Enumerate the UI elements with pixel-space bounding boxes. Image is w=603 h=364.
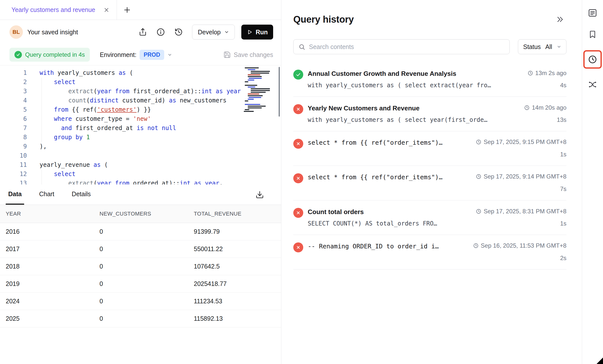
editor-minimap[interactable] [244, 67, 270, 113]
status-filter-label: Status [523, 43, 541, 50]
clock-icon [476, 174, 481, 179]
code-line[interactable]: 10 [0, 151, 281, 160]
insight-title: Your saved insight [27, 29, 78, 36]
history-list: Annual Customer Growth and Revenue Analy… [293, 62, 566, 270]
query-history-panel: Query history Status All Annual Customer… [281, 0, 582, 364]
history-item[interactable]: select * from {{ ref("order_items")…Sep … [293, 131, 566, 166]
save-changes-label: Save changes [234, 51, 273, 58]
environment-selector[interactable]: Environment: PROD [100, 50, 172, 60]
column-header[interactable]: TOTAL_REVENUE [194, 211, 275, 217]
table-row[interactable]: 201902025418.77 [0, 275, 281, 293]
bookmark-icon [588, 30, 597, 39]
code-text: and first_ordered_at is not null [27, 124, 176, 133]
code-line[interactable]: 2 select [0, 78, 281, 87]
info-button[interactable] [154, 26, 167, 39]
query-list-button[interactable] [587, 7, 598, 18]
history-item-snippet: with yearly_customers as ( select extrac… [308, 81, 491, 90]
query-status-badge: Query completed in 4s [9, 48, 90, 62]
table-cell: 0 [100, 228, 194, 235]
download-icon [255, 190, 264, 199]
history-item-duration: 13s [557, 116, 566, 124]
version-history-button[interactable] [172, 26, 185, 39]
code-line[interactable]: 8 group by 1 [0, 133, 281, 142]
tab-chart[interactable]: Chart [37, 184, 57, 205]
history-item[interactable]: select * from {{ ref("order_items")…Sep … [293, 166, 566, 200]
table-cell: 2017 [6, 245, 100, 253]
table-header: YEARNEW_CUSTOMERSTOTAL_REVENUE [0, 205, 281, 223]
run-button[interactable]: Run [241, 25, 273, 40]
check-circle-icon [14, 51, 22, 58]
collapse-panel-button[interactable] [553, 13, 566, 26]
code-line[interactable]: 11yearly_revenue as ( [0, 160, 281, 170]
indent-guide [42, 170, 42, 184]
lineage-button[interactable] [587, 79, 598, 90]
table-cell: 0 [100, 280, 194, 287]
table-row[interactable]: 20170550011.22 [0, 240, 281, 258]
download-results-button[interactable] [253, 188, 266, 201]
line-number: 4 [0, 96, 27, 105]
tab-close-icon[interactable] [104, 7, 109, 13]
history-item[interactable]: Annual Customer Growth and Revenue Analy… [293, 62, 566, 97]
table-cell: 0 [100, 298, 194, 305]
history-item-time: Sep 16, 2025, 11:53 PM GMT+8 [473, 242, 566, 249]
code-line[interactable]: 12 select [0, 170, 281, 179]
query-history-header: Query history [293, 13, 566, 26]
line-number: 10 [0, 151, 27, 160]
search-input[interactable] [309, 43, 504, 50]
develop-label: Develop [198, 29, 221, 36]
history-item[interactable]: Count total ordersSep 17, 2025, 8:31 PM … [293, 200, 566, 235]
code-line[interactable]: 1with yearly_customers as ( [0, 68, 281, 78]
tab-yearly-customers-and-revenue[interactable]: Yearly customers and revenue [0, 0, 117, 20]
indent-guide [42, 78, 42, 142]
search-box[interactable] [293, 39, 510, 54]
highlight-box [583, 50, 602, 69]
table-row[interactable]: 20250115892.13 [0, 310, 281, 327]
save-changes-button[interactable]: Save changes [223, 51, 273, 58]
code-text: yearly_revenue as ( [27, 160, 108, 170]
new-tab-button[interactable] [117, 0, 137, 20]
error-status-icon [293, 173, 303, 183]
tab-data[interactable]: Data [6, 184, 24, 205]
table-row[interactable]: 20180107642.5 [0, 258, 281, 275]
editor-scrollbar[interactable] [279, 67, 280, 117]
query-status-text: Query completed in 4s [25, 51, 85, 58]
code-text: select [27, 78, 76, 87]
history-item-time: 13m 2s ago [528, 70, 566, 77]
error-status-icon [293, 139, 303, 149]
code-line[interactable]: 3 extract(year from first_ordered_at)::i… [0, 87, 281, 96]
table-cell: 2025418.77 [194, 280, 275, 287]
column-header[interactable]: YEAR [6, 211, 100, 217]
query-history-button[interactable] [587, 54, 598, 65]
history-item[interactable]: Yearly New Customers and Revenue14m 20s … [293, 97, 566, 131]
develop-dropdown[interactable]: Develop [192, 25, 235, 40]
code-line[interactable]: 13 extract(year from ordered_at)::int as… [0, 179, 281, 184]
clock-icon [476, 209, 481, 214]
table-cell: 2016 [6, 228, 100, 235]
table-cell: 2025 [6, 315, 100, 322]
status-bar: Query completed in 4s Environment: PROD … [0, 44, 281, 65]
bookmarks-button[interactable] [587, 29, 598, 40]
line-number: 2 [0, 78, 27, 87]
code-text: where customer_type = 'new' [27, 114, 151, 124]
status-filter-dropdown[interactable]: Status All [518, 39, 566, 54]
history-item-duration: 1s [560, 219, 566, 228]
check-icon [296, 72, 301, 77]
column-header[interactable]: NEW_CUSTOMERS [100, 211, 194, 217]
query-history-title: Query history [293, 14, 354, 25]
table-row[interactable]: 20240111234.53 [0, 293, 281, 310]
tab-details[interactable]: Details [69, 184, 93, 205]
history-item-title: select * from {{ ref("order_items")… [308, 173, 443, 182]
avatar[interactable]: BL [9, 25, 23, 39]
code-line[interactable]: 4 count(distinct customer_id) as new_cus… [0, 96, 281, 105]
line-number: 7 [0, 124, 27, 133]
share-button[interactable] [136, 26, 149, 39]
code-line[interactable]: 6 where customer_type = 'new' [0, 114, 281, 124]
code-area[interactable]: 1with yearly_customers as (2 select3 ext… [0, 68, 281, 184]
sql-editor[interactable]: 1with yearly_customers as (2 select3 ext… [0, 65, 281, 184]
code-line[interactable]: 5 from {{ ref('customers') }} [0, 105, 281, 114]
code-line[interactable]: 9), [0, 142, 281, 151]
table-cell: 0 [100, 315, 194, 322]
table-row[interactable]: 2016091399.79 [0, 223, 281, 240]
code-line[interactable]: 7 and first_ordered_at is not null [0, 124, 281, 133]
history-item[interactable]: -- Renaming ORDER_ID to order_id i…Sep 1… [293, 235, 566, 270]
